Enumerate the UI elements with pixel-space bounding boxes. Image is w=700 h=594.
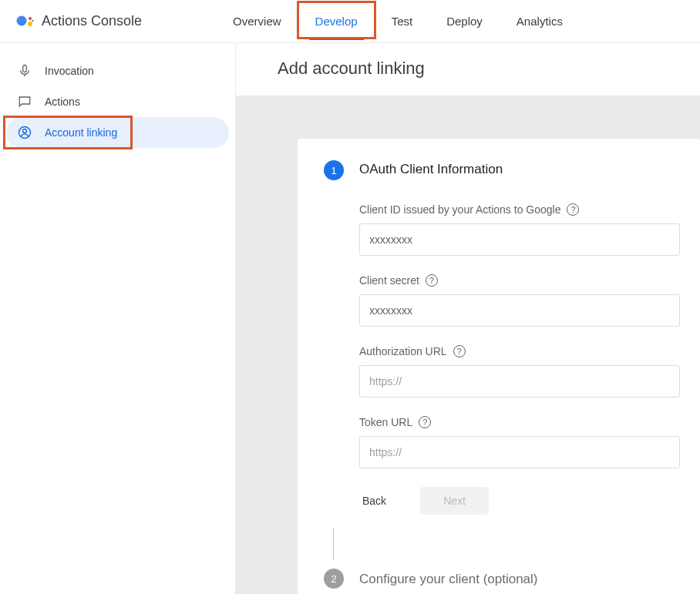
content-area: Add account linking 1 OAuth Client Infor…: [236, 43, 700, 594]
token-url-label: Token URL: [359, 416, 412, 428]
step-1-header: 1 OAuth Client Information: [298, 160, 700, 180]
sidebar-item-actions[interactable]: Actions: [0, 86, 235, 117]
step-2-number: 2: [324, 569, 344, 589]
client-secret-label: Client secret: [359, 274, 419, 287]
page-body: 1 OAuth Client Information Client ID iss…: [236, 96, 700, 594]
tab-overview[interactable]: Overview: [219, 4, 295, 39]
help-icon[interactable]: ?: [426, 274, 438, 287]
sidebar-item-invocation[interactable]: Invocation: [0, 55, 235, 86]
client-id-label: Client ID issued by your Actions to Goog…: [359, 203, 560, 216]
client-id-input[interactable]: [359, 223, 680, 256]
chat-icon: [17, 94, 32, 109]
svg-point-3: [32, 19, 33, 21]
svg-point-2: [28, 22, 32, 26]
sidebar-item-label: Actions: [45, 96, 80, 108]
svg-point-1: [29, 17, 32, 20]
token-url-input[interactable]: [359, 436, 680, 468]
sidebar-item-account-linking[interactable]: Account linking: [0, 117, 235, 148]
tab-deploy[interactable]: Deploy: [432, 4, 496, 39]
help-icon[interactable]: ?: [567, 203, 579, 216]
account-icon: [17, 125, 32, 140]
back-button[interactable]: Back: [359, 492, 389, 510]
page-title: Add account linking: [236, 43, 700, 96]
sidebar-item-label: Account linking: [45, 126, 117, 139]
svg-rect-4: [23, 65, 27, 72]
step-2-header[interactable]: 2 Configure your client (optional): [298, 569, 700, 589]
logo: Actions Console: [15, 12, 142, 31]
step-connector-line: [333, 529, 334, 559]
assistant-logo-icon: [15, 12, 34, 31]
auth-url-input[interactable]: [359, 365, 680, 398]
tab-develop[interactable]: Develop: [301, 4, 372, 39]
help-icon[interactable]: ?: [453, 345, 466, 357]
step-1-number: 1: [324, 160, 344, 180]
app-title: Actions Console: [42, 13, 142, 29]
tab-analytics[interactable]: Analytics: [503, 4, 577, 39]
topbar: Actions Console Overview Develop Test De…: [0, 0, 700, 43]
client-secret-input[interactable]: [359, 294, 680, 327]
svg-point-6: [23, 129, 27, 133]
oauth-card: 1 OAuth Client Information Client ID iss…: [298, 139, 700, 594]
sidebar-item-label: Invocation: [45, 65, 94, 77]
auth-url-label: Authorization URL: [359, 345, 447, 357]
step-2-title: Configure your client (optional): [359, 572, 538, 587]
next-button[interactable]: Next: [420, 487, 489, 515]
mic-icon: [17, 63, 32, 79]
svg-point-0: [17, 15, 27, 25]
help-icon[interactable]: ?: [419, 416, 431, 428]
tab-test[interactable]: Test: [378, 4, 427, 39]
sidebar: Invocation Actions Account linking: [0, 43, 236, 594]
step-1-title: OAuth Client Information: [359, 162, 503, 177]
top-nav: Overview Develop Test Deploy Analytics: [219, 4, 577, 39]
